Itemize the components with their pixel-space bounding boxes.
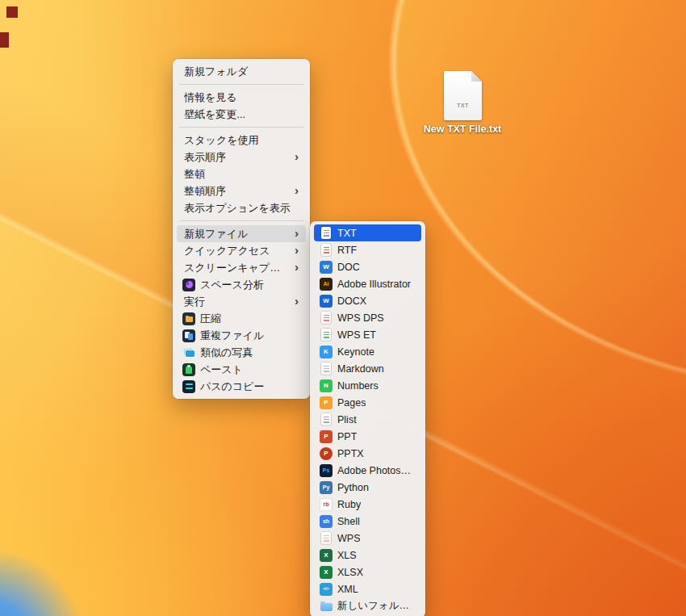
submenu-item-docx[interactable]: WDOCX: [314, 292, 421, 309]
submenu-chevron-icon: ›: [295, 261, 299, 273]
submenu-item-doc[interactable]: WDOC: [314, 258, 421, 275]
submenu-item-xlsx[interactable]: XXLSX: [314, 564, 421, 580]
desktop-file-label: New TXT File.txt: [406, 124, 519, 135]
menu-item-paste[interactable]: ペースト: [177, 361, 306, 378]
shell-icon: sh: [320, 515, 333, 528]
submenu-item-xml[interactable]: </>XML: [314, 580, 421, 597]
word-icon: W: [320, 261, 333, 274]
menu-item-change-wallpaper[interactable]: 壁紙を変更...: [177, 106, 306, 123]
submenu-item-adobe-photoshop[interactable]: PsAdobe Photoshop: [314, 462, 421, 479]
submenu-item-rtf[interactable]: RTF: [314, 241, 421, 258]
new-file-submenu: TXTRTFWDOCAiAdobe IllustratorWDOCXWPS DP…: [310, 221, 425, 616]
menu-item-clean-up-by[interactable]: 整頓順序›: [177, 182, 306, 199]
copy-path-icon: [182, 380, 195, 393]
wps-icon: [321, 532, 331, 544]
submenu-item-adobe-illustrator[interactable]: AiAdobe Illustrator: [314, 275, 421, 292]
menu-item-label: Markdown: [337, 363, 384, 375]
word-docx-icon: W: [320, 295, 333, 308]
file-type-badge: TXT: [444, 103, 482, 108]
keynote-icon: K: [320, 346, 333, 358]
markdown-icon: [321, 362, 331, 375]
submenu-item-pages[interactable]: PPages: [314, 394, 421, 411]
wps-dps-icon: [321, 312, 331, 324]
submenu-item-wps-dps[interactable]: WPS DPS: [314, 309, 421, 326]
menu-item-clean-up[interactable]: 整頓: [177, 166, 306, 182]
menu-item-label: XLS: [337, 550, 357, 561]
submenu-item-pptx[interactable]: PPPTX: [314, 445, 421, 462]
illustrator-icon: Ai: [320, 278, 333, 291]
submenu-item-keynote[interactable]: KKeynote: [314, 343, 421, 360]
menu-item-label: Adobe Illustrator: [337, 279, 411, 290]
submenu-item-python[interactable]: PyPython: [314, 479, 421, 496]
menu-item-label: 表示オプションを表示: [184, 201, 291, 216]
pages-icon: P: [320, 396, 333, 409]
menu-item-new-folder[interactable]: 新規フォルダ: [177, 63, 306, 80]
excel-x-icon: X: [320, 566, 333, 579]
txt-file-icon: [321, 227, 331, 239]
menu-item-copy-path[interactable]: パスのコピー: [177, 378, 306, 395]
menu-item-new-file[interactable]: 新規ファイル›: [177, 225, 306, 242]
menu-item-label: クイックアクセス: [184, 244, 270, 258]
menu-item-label: スクリーンキャプチャ: [184, 261, 290, 275]
powerpoint-x-icon: P: [320, 447, 333, 460]
ruby-icon: rb: [320, 498, 333, 511]
menu-item-use-stacks[interactable]: スタックを使用: [177, 132, 306, 149]
menu-item-label: Numbers: [337, 380, 379, 392]
menu-item-screen-capture[interactable]: スクリーンキャプチャ›: [177, 259, 306, 276]
menu-item-label: 整頓順序: [184, 184, 226, 199]
powerpoint-icon: P: [320, 430, 333, 443]
submenu-item-plist[interactable]: Plist: [314, 411, 421, 428]
menu-item-label: Pages: [337, 397, 366, 409]
menu-item-label: XLSX: [337, 567, 363, 578]
submenu-item-txt[interactable]: TXT: [314, 224, 421, 241]
space-analyzer-icon: [182, 279, 195, 291]
menu-item-label: PPTX: [337, 448, 364, 459]
menu-item-duplicate-files[interactable]: 重複ファイル: [177, 327, 306, 344]
menu-item-show-view-options[interactable]: 表示オプションを表示: [177, 199, 306, 216]
menu-item-label: DOCX: [337, 295, 366, 307]
submenu-item-ppt[interactable]: PPPT: [314, 428, 421, 445]
page-fold: [471, 71, 482, 82]
menu-item-sort-by[interactable]: 表示順序›: [177, 149, 306, 166]
xml-icon: </>: [320, 583, 333, 596]
submenu-item-numbers[interactable]: NNumbers: [314, 377, 421, 394]
menu-item-label: Keynote: [337, 346, 374, 358]
wps-et-icon: [321, 329, 331, 341]
menu-item-space-analyzer[interactable]: スペース分析: [177, 276, 306, 293]
menu-item-label: WPS ET: [337, 329, 376, 341]
menu-item-label: 情報を見る: [184, 90, 237, 105]
menu-item-label: 実行: [184, 295, 205, 309]
photoshop-icon: Ps: [320, 464, 333, 477]
menu-item-label: Plist: [337, 414, 357, 425]
submenu-item-wps[interactable]: WPS: [314, 530, 421, 547]
submenu-item-xls[interactable]: XXLS: [314, 547, 421, 564]
menu-item-quick-access[interactable]: クイックアクセス›: [177, 242, 306, 259]
submenu-item-markdown[interactable]: Markdown: [314, 360, 421, 377]
submenu-item-ruby[interactable]: rbRuby: [314, 496, 421, 513]
menu-item-compress[interactable]: 圧縮: [177, 310, 306, 327]
menu-item-label: 表示順序: [184, 150, 226, 165]
paste-icon: [182, 363, 195, 376]
submenu-item-wps-et[interactable]: WPS ET: [314, 326, 421, 343]
rtf-file-icon: [321, 244, 331, 256]
menu-item-label: 新規ファイル: [184, 227, 248, 241]
menu-item-label: Ruby: [337, 499, 361, 510]
context-menu: 新規フォルダ情報を見る壁紙を変更...スタックを使用表示順序›整頓整頓順序›表示…: [173, 59, 310, 399]
menu-item-label: 壁紙を変更...: [184, 107, 245, 122]
corner-artifact: [6, 6, 18, 18]
submenu-item-new-folder[interactable]: 新しいフォルダー: [314, 597, 421, 614]
numbers-icon: N: [320, 379, 333, 392]
menu-divider: [179, 127, 303, 128]
plist-icon: [321, 413, 331, 425]
menu-item-get-info[interactable]: 情報を見る: [177, 89, 306, 106]
menu-item-similar-photos[interactable]: 類似の写真: [177, 344, 306, 361]
submenu-item-shell[interactable]: shShell: [314, 513, 421, 530]
submenu-chevron-icon: ›: [295, 150, 299, 162]
similar-photos-icon: [182, 346, 195, 359]
menu-item-label: PPT: [337, 431, 357, 442]
submenu-chevron-icon: ›: [295, 244, 299, 256]
txt-file-icon[interactable]: TXT: [444, 71, 482, 120]
menu-item-label: 整頓: [184, 167, 205, 182]
submenu-chevron-icon: ›: [295, 227, 299, 239]
menu-item-run[interactable]: 実行›: [177, 293, 306, 310]
